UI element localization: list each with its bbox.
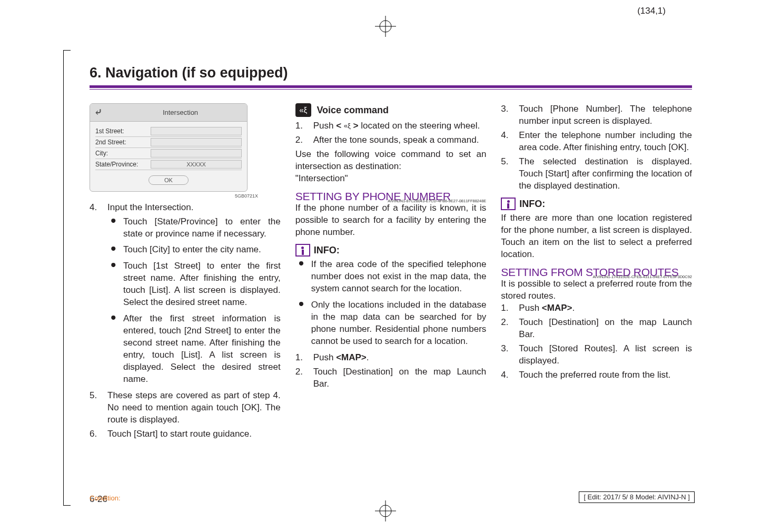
footer-condition: Condition: xyxy=(90,494,121,503)
section-code: AIVINJN1-87C28043-E7CD-4FB6-9E27-0811FF8… xyxy=(388,199,486,203)
bold: < xyxy=(336,121,344,131)
list-item: After the tone sounds, speak a command. xyxy=(295,134,487,146)
list-item: Touch [Stored Routes]. A list screen is … xyxy=(501,343,692,367)
row-field: XXXXX xyxy=(151,160,242,169)
text: Push xyxy=(313,352,336,362)
col1-bullets: Touch [State/Province] to enter the stat… xyxy=(107,216,281,386)
list-item: Touch the preferred route from the list. xyxy=(501,369,692,381)
voice-heading-row: «ξ Voice command xyxy=(295,103,487,117)
list-item: Push <MAP>. xyxy=(501,302,692,314)
rule-thin xyxy=(90,89,692,90)
bold: > xyxy=(351,121,359,131)
screenshot-row: City: xyxy=(95,148,242,159)
list-item: Touch [City] to enter the city name. xyxy=(107,244,281,256)
column-2: «ξ Voice command Push < «ξ > located on … xyxy=(295,103,487,442)
row-field xyxy=(151,127,242,135)
crop-mark-top-icon xyxy=(375,16,396,37)
voice-steps: Push < «ξ > located on the steering whee… xyxy=(295,120,487,146)
talk-glyph-icon: «ξ xyxy=(344,121,351,131)
stored-steps: Push <MAP>. Touch [Destination] on the m… xyxy=(501,302,692,381)
text: Push xyxy=(519,303,541,313)
voice-command: "Intersection" xyxy=(295,173,487,185)
row-label: 1st Street: xyxy=(95,127,151,135)
list-item: Touch [State/Province] to enter the stat… xyxy=(107,216,281,240)
back-icon: ⤶ xyxy=(94,106,102,119)
page-coord: (134,1) xyxy=(637,5,666,17)
phone-intro: If the phone number of a facility is kno… xyxy=(295,202,487,239)
list-item: Input the Intersection. Touch [State/Pro… xyxy=(90,202,281,386)
text: . xyxy=(367,352,369,362)
screenshot-row: 1st Street: xyxy=(95,126,242,137)
content-columns: ⤶ Intersection 1st Street: 2nd Street: C… xyxy=(90,103,692,442)
section-code: AIVINJN1-174315DE-CFE8-4311-94E7-67FE9F3… xyxy=(593,275,692,279)
column-3: Touch [Phone Number]. The telephone numb… xyxy=(501,103,692,442)
screenshot-body: 1st Street: 2nd Street: City: State/Prov… xyxy=(90,122,247,192)
list-item: Enter the telephone number including the… xyxy=(501,130,692,154)
bold: <MAP> xyxy=(542,303,572,313)
phone-steps-1: Push <MAP>. Touch [Destination] on the m… xyxy=(295,352,487,390)
voice-heading: Voice command xyxy=(317,105,389,115)
section-heading-phone: SETTING BY PHONE NUMBER AIVINJN1-87C2804… xyxy=(295,190,487,202)
screenshot-row: State/Province: XXXXX xyxy=(95,159,242,170)
section-heading-stored: SETTING FROM STORED ROUTES AIVINJN1-1743… xyxy=(501,266,692,278)
list-item: Touch [Start] to start route guidance. xyxy=(90,428,281,440)
list-item: Push <MAP>. xyxy=(295,352,487,364)
list-item: These steps are covered as part of step … xyxy=(90,390,281,426)
row-label: City: xyxy=(95,149,151,157)
screenshot-row: 2nd Street: xyxy=(95,137,242,148)
info-row: INFO: xyxy=(295,244,487,257)
row-label: State/Province: xyxy=(95,160,151,169)
info-text: If there are more than one location regi… xyxy=(501,212,692,261)
list-item: Only the locations included in the datab… xyxy=(295,299,487,348)
list-item: Push < «ξ > located on the steering whee… xyxy=(295,120,487,132)
chapter-title: 6. Navigation (if so equipped) xyxy=(90,63,692,82)
phone-steps-2: Touch [Phone Number]. The telephone numb… xyxy=(501,103,692,192)
ok-button: OK xyxy=(149,175,189,185)
col1-steps: Input the Intersection. Touch [State/Pro… xyxy=(90,202,281,440)
list-item: Touch [Destination] on the map Launch Ba… xyxy=(501,317,692,341)
info-label: INFO: xyxy=(519,198,545,210)
info-icon xyxy=(501,198,516,210)
list-item: If the area code of the specified teleph… xyxy=(295,259,487,295)
screenshot-header: ⤶ Intersection xyxy=(90,104,247,121)
info-row: INFO: xyxy=(501,198,692,210)
list-item: Touch [Phone Number]. The telephone numb… xyxy=(501,103,692,127)
list-item: Touch [1st Street] to enter the first st… xyxy=(107,260,281,309)
text: Push xyxy=(313,121,336,131)
text: located on the steering wheel. xyxy=(359,121,480,131)
image-code: 5GB0721X xyxy=(90,193,258,199)
info-label: INFO: xyxy=(314,244,340,257)
column-1: ⤶ Intersection 1st Street: 2nd Street: C… xyxy=(90,103,281,442)
page-content: 6. Navigation (if so equipped) ⤶ Interse… xyxy=(90,63,692,485)
row-field xyxy=(151,138,242,146)
left-crop-bracket xyxy=(63,50,71,506)
rule-thick xyxy=(90,85,692,88)
row-label: 2nd Street: xyxy=(95,138,151,146)
list-item: After the first street information is en… xyxy=(107,313,281,386)
info-bullets: If the area code of the specified teleph… xyxy=(295,259,487,348)
talk-icon: «ξ xyxy=(295,103,311,117)
crop-mark-bottom-icon xyxy=(375,500,396,521)
list-item: The selected destination is displayed. T… xyxy=(501,156,692,192)
screenshot-title: Intersection xyxy=(118,108,243,117)
step-text: Input the Intersection. xyxy=(107,202,194,212)
intersection-screenshot: ⤶ Intersection 1st Street: 2nd Street: C… xyxy=(90,103,248,192)
list-item: Touch [Destination] on the map Launch Ba… xyxy=(295,366,487,390)
text: . xyxy=(572,303,575,313)
stored-intro: It is possible to select a preferred rou… xyxy=(501,278,692,302)
bold: <MAP> xyxy=(336,352,367,362)
row-field xyxy=(151,149,242,157)
voice-paragraph: Use the following voice command to set a… xyxy=(295,149,487,173)
footer-edit: [ Edit: 2017/ 5/ 8 Model: AIVINJ-N ] xyxy=(579,491,695,503)
